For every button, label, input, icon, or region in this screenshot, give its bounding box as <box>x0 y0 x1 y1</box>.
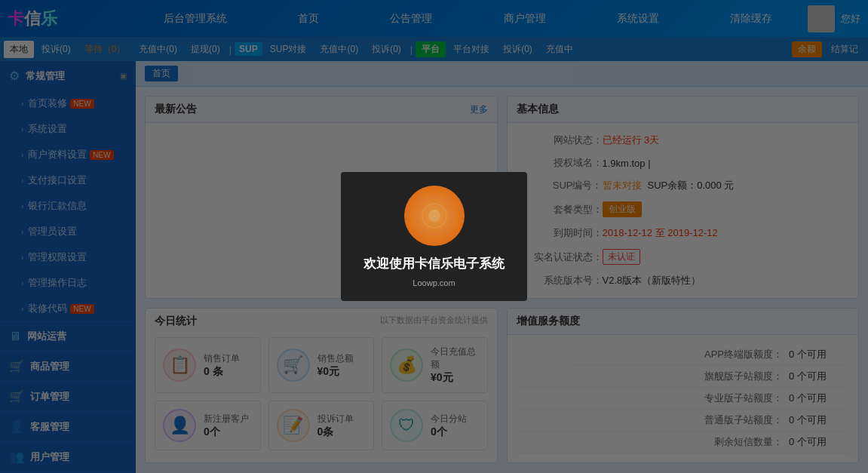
overlay[interactable]: 欢迎使用卡信乐电子系统 Loowp.com <box>0 0 868 473</box>
overlay-watermark: Loowp.com <box>363 278 505 287</box>
overlay-logo-icon <box>404 186 465 246</box>
overlay-message: 欢迎使用卡信乐电子系统 <box>363 255 505 272</box>
svg-point-2 <box>428 210 440 222</box>
overlay-box: 欢迎使用卡信乐电子系统 Loowp.com <box>341 172 527 301</box>
